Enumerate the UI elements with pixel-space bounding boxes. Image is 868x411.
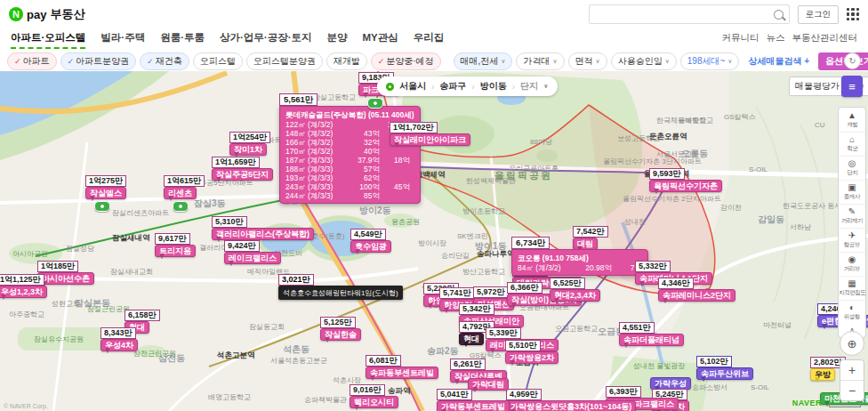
map-tool-button[interactable]: ▦ 지적편집도: [839, 277, 865, 301]
nav-tab[interactable]: 원룸·투룸: [160, 28, 205, 49]
price-per-pyeong: 1억1,659만: [212, 157, 260, 168]
price-per-pyeong: 9,617만: [155, 233, 190, 245]
map-tool-icon: ◉: [848, 254, 856, 264]
nav-tab[interactable]: 우리집: [414, 28, 445, 49]
filter-chip[interactable]: ✓ 아파트: [7, 52, 57, 70]
scale-bar: [829, 403, 861, 407]
complex-price-label[interactable]: 5,102만 송파두산위브: [696, 356, 753, 380]
complex-price-label[interactable]: 8,343만 우성4차: [100, 327, 138, 351]
filter-dropdown[interactable]: 198세대~ ∨: [680, 52, 740, 70]
search-box[interactable]: [589, 4, 790, 24]
filter-chip[interactable]: ✓ 분양중·예정: [371, 52, 441, 70]
map-tool-button[interactable]: ◎ 단지: [839, 157, 865, 181]
map-tool-button[interactable]: ✎ 거리재기: [839, 205, 865, 229]
filter-dropdown[interactable]: 면적 ∨: [568, 52, 607, 70]
filter-dropdown-label: 가격대: [523, 55, 550, 68]
map-tool-button[interactable]: ⌂ 학군: [839, 133, 865, 157]
map-canvas[interactable]: 오륜동방이2동잠실3동석촌동송파1동송파2동오금동감일동잠실본동방이1동삼전동올…: [0, 71, 868, 411]
map-tool-button[interactable]: ▣ 중개사: [839, 181, 865, 205]
header-link[interactable]: 부동산관리센터: [792, 32, 858, 44]
map-tool-button[interactable]: ◐ 위성형: [839, 301, 865, 324]
price-per-pyeong: 5,310만: [212, 216, 247, 228]
zoom-out-button[interactable]: −: [840, 381, 864, 400]
complex-price-label[interactable]: 9,617만 트리지움: [155, 233, 196, 257]
map-place-label: 몽촌공원: [391, 217, 420, 227]
sale-price: 32억: [348, 138, 380, 147]
map-tool-icon: ▣: [848, 182, 856, 192]
complex-name: 헬리오시티: [350, 396, 398, 408]
map-place-label: 동북중학교: [678, 116, 713, 125]
breadcrumb-city[interactable]: 서울시: [399, 80, 426, 93]
filter-chip[interactable]: ✓ 재건축: [140, 52, 189, 70]
map-place-label: S-OIL: [749, 165, 768, 173]
complex-price-label[interactable]: 5,125만 잠실한솔: [320, 317, 361, 341]
price-per-pyeong: 5,125만: [320, 317, 356, 328]
map-tool-button[interactable]: ◉ 거리뷰: [839, 253, 865, 277]
nav-row: 아파트·오피스텔빌라·주택원룸·투룸상가·업무·공장·토지분양MY관심우리집 커…: [0, 27, 868, 50]
sale-price: 85억: [348, 191, 380, 200]
header-link[interactable]: 뉴스: [767, 32, 785, 44]
map-tool-label: 개발: [847, 120, 857, 128]
complex-detail-popup[interactable]: 6,734만 코오롱 (91.10 758세) 84㎡ (계/3/2) 20.9…: [511, 237, 648, 276]
detail-search-button[interactable]: 상세매물검색 +: [743, 54, 815, 68]
nav-tab[interactable]: 분양: [327, 28, 348, 49]
complex-price-label[interactable]: 5,510만 가락쌍용2차: [505, 340, 559, 364]
sale-price: 100억: [348, 182, 380, 191]
map-tool-button[interactable]: ✈ 항공뷰: [839, 229, 865, 253]
nav-tab[interactable]: 상가·업무·공장·토지: [220, 28, 312, 49]
region-breadcrumb[interactable]: 서울시 › 송파구 › 방이동 › 단지 ∨: [377, 77, 558, 96]
complex-name: 송파더플래티넘: [619, 334, 684, 346]
header-link[interactable]: 커뮤니티: [722, 32, 760, 44]
filter-chip[interactable]: ✓ 아파트분양권: [60, 52, 137, 70]
naver-pay-logo[interactable]: N pay 부동산: [9, 6, 84, 22]
breadcrumb-gu[interactable]: 송파구: [439, 80, 466, 93]
filter-chip[interactable]: 재개발: [326, 52, 367, 70]
area-type: 148㎡ (계/3/2): [285, 129, 348, 138]
nav-tab[interactable]: 빌라·주택: [100, 28, 145, 49]
naver-map-logo: NAVER: [792, 399, 822, 407]
breadcrumb-complex[interactable]: 단지: [520, 80, 538, 93]
complex-price-label[interactable]: 6,525만 현대2,3,4차: [550, 278, 600, 302]
complex-price-label[interactable]: 1억615만 리센츠: [164, 175, 205, 212]
complex-price-label[interactable]: 5,310만 갤러리아팰리스(주상복합): [212, 216, 314, 240]
complex-price-label[interactable]: 9,424만 레이크팰리스: [224, 240, 281, 264]
filter-chip[interactable]: 오피스텔: [193, 52, 243, 70]
complex-price-label[interactable]: 6,081만 송파동부센트레빌: [366, 355, 438, 379]
complex-price-label[interactable]: 5,041만 가락동부센트레빌: [437, 389, 510, 411]
search-input[interactable]: [595, 9, 774, 20]
zoom-in-button[interactable]: +: [840, 360, 864, 381]
map-tool-button[interactable]: ▲ 개발: [839, 109, 865, 133]
complex-price-label[interactable]: 4,959만 가락쌍용스윗닷홈3차(101~104동): [506, 389, 636, 411]
my-location-button[interactable]: ⊕: [840, 331, 864, 356]
filter-chip[interactable]: 오피스텔분양권: [246, 52, 323, 70]
complex-price-label[interactable]: 9,593만 올림픽선수기자촌: [649, 168, 722, 192]
complex-price-label[interactable]: 1억1,659만 잠실주공5단지: [212, 157, 273, 181]
area-type: 166㎡ (계/3/2): [285, 138, 348, 147]
map-tool-label: 중개사: [844, 192, 860, 200]
refresh-icon[interactable]: ↻: [844, 52, 861, 69]
map-place-label: 잠실동교회: [249, 322, 285, 332]
apps-grid-icon[interactable]: [847, 8, 859, 20]
filter-dropdown[interactable]: 사용승인일 ∨: [611, 52, 677, 70]
filter-dropdown[interactable]: 매매,전세 ∨: [454, 52, 513, 70]
complex-price-label[interactable]: 4,346만 송파레미니스2단지: [658, 278, 735, 302]
complex-price-label[interactable]: 1억254만 장미1차: [229, 132, 270, 156]
popup-title: 코오롱 (91.10 758세): [518, 253, 642, 263]
map-place-label: 잠실새내역: [112, 233, 150, 244]
nav-tab[interactable]: MY관심: [363, 28, 398, 49]
login-button[interactable]: 로그인: [798, 5, 840, 24]
breadcrumb-dong[interactable]: 방이동: [480, 80, 507, 93]
complex-price-label[interactable]: 1억1,702만 잠실래미안아이파크: [390, 122, 470, 146]
nav-tab[interactable]: 아파트·오피스텔: [11, 28, 85, 49]
map-tools-toolbar: ▲ 개발 ⌂ 학군 ◎ 단지 ▣ 중개사 ✎ 거리재기 ✈ 항공뷰: [838, 107, 866, 338]
complex-price-label[interactable]: 1억275만 잠실엘스: [85, 175, 126, 212]
complex-name: 올림픽선수기자촌: [649, 180, 722, 192]
filter-dropdown[interactable]: 가격대 ∨: [516, 52, 564, 70]
complex-price-label[interactable]: 9,016만 헬리오시티: [350, 384, 398, 411]
listing-panel-toggle[interactable]: ≡: [841, 76, 863, 97]
complex-price-label[interactable]: 4,549만 호수임광: [350, 229, 391, 253]
complex-price-label[interactable]: 1억1,125만 우성1,2,3차: [0, 274, 47, 298]
complex-name: 우성1,2,3차: [0, 286, 47, 298]
search-icon[interactable]: [774, 10, 784, 20]
complex-price-label[interactable]: 4,551만 송파더플래티넘: [619, 322, 684, 346]
